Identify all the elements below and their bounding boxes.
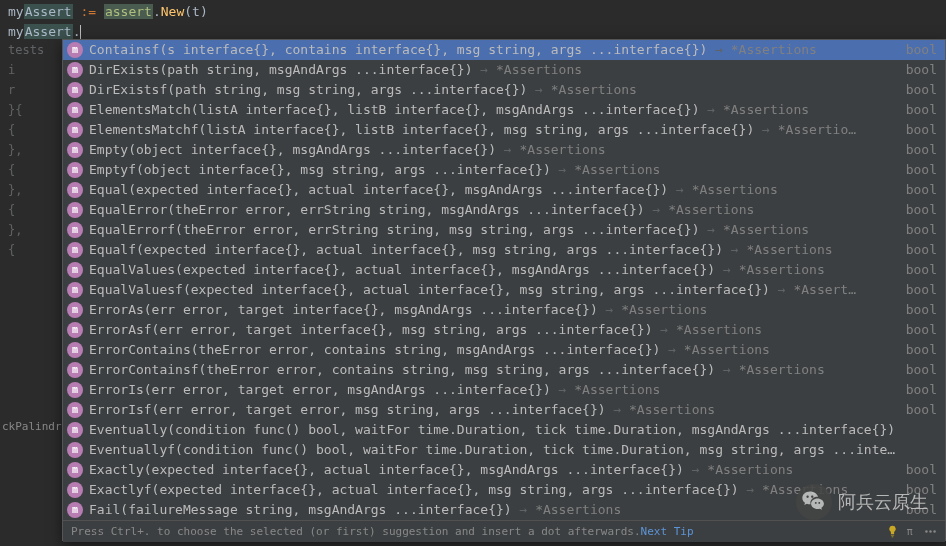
method-icon: m [67,442,83,458]
completion-return-type: bool [906,320,937,340]
completion-return-type: bool [906,60,937,80]
completion-item[interactable]: mEqualf(expected interface{}, actual int… [63,240,945,260]
completion-return-type: bool [906,340,937,360]
method-icon: m [67,82,83,98]
completion-item[interactable]: mElementsMatchf(listA interface{}, listB… [63,120,945,140]
pi-icon[interactable]: π [905,525,918,538]
completion-signature: ErrorContains(theError error, contains s… [89,340,896,360]
sidebar-label: ckPalindro [0,418,70,435]
completion-signature: Eventually(condition func() bool, waitFo… [89,420,937,440]
gutter-line: { [8,160,44,180]
completion-item[interactable]: mEqualValuesf(expected interface{}, actu… [63,280,945,300]
completion-item[interactable]: mElementsMatch(listA interface{}, listB … [63,100,945,120]
completion-return-type: bool [906,240,937,260]
completion-signature: Fail(failureMessage string, msgAndArgs .… [89,500,896,520]
wechat-icon [796,484,832,520]
completion-item[interactable]: mErrorAsf(err error, target interface{},… [63,320,945,340]
method-icon: m [67,42,83,58]
completion-return-type: bool [906,100,937,120]
method-icon: m [67,222,83,238]
code-line-1: myAssert := assert.New(t) [8,2,938,22]
gutter-line: tests [8,40,44,60]
svg-point-3 [933,530,935,532]
completion-item[interactable]: mErrorIs(err error, target error, msgAnd… [63,380,945,400]
completion-return-type: bool [906,200,937,220]
completion-signature: Exactlyf(expected interface{}, actual in… [89,480,896,500]
completion-item[interactable]: mEqualValues(expected interface{}, actua… [63,260,945,280]
completion-signature: Eventuallyf(condition func() bool, waitF… [89,440,937,460]
completion-item[interactable]: mErrorIsf(err error, target error, msg s… [63,400,945,420]
completion-item[interactable]: mDirExistsf(path string, msg string, arg… [63,80,945,100]
method-icon: m [67,382,83,398]
completion-item[interactable]: mErrorContainsf(theError error, contains… [63,360,945,380]
watermark-text: 阿兵云原生 [838,490,928,514]
gutter-line: }, [8,220,44,240]
gutter-line: }{ [8,100,44,120]
method-icon: m [67,162,83,178]
method-icon: m [67,462,83,478]
completion-return-type: bool [906,180,937,200]
completion-signature: Containsf(s interface{}, contains interf… [89,40,896,60]
gutter-line: }, [8,140,44,160]
next-tip-link[interactable]: Next Tip [641,525,694,538]
completion-item[interactable]: mEqualError(theError error, errString st… [63,200,945,220]
completion-item[interactable]: mEqualErrorf(theError error, errString s… [63,220,945,240]
method-icon: m [67,502,83,518]
completion-signature: ErrorContainsf(theError error, contains … [89,360,896,380]
completion-signature: ErrorIsf(err error, target error, msg st… [89,400,896,420]
completion-signature: Exactly(expected interface{}, actual int… [89,460,896,480]
method-icon: m [67,242,83,258]
gutter-line: { [8,120,44,140]
svg-point-2 [929,530,931,532]
completion-signature: ErrorIs(err error, target error, msgAndA… [89,380,896,400]
completion-signature: ElementsMatch(listA interface{}, listB i… [89,100,896,120]
code-gutter: tests i r}{ { }, { }, { }, { [0,40,44,260]
completion-return-type: bool [906,360,937,380]
completion-signature: Equalf(expected interface{}, actual inte… [89,240,896,260]
method-icon: m [67,122,83,138]
completion-return-type: bool [906,280,937,300]
completion-signature: Emptyf(object interface{}, msg string, a… [89,160,896,180]
completion-item[interactable]: mErrorAs(err error, target interface{}, … [63,300,945,320]
method-icon: m [67,362,83,378]
code-editor[interactable]: myAssert := assert.New(t) myAssert. [0,0,946,44]
method-icon: m [67,342,83,358]
method-icon: m [67,302,83,318]
completion-signature: EqualError(theError error, errString str… [89,200,896,220]
completion-return-type: bool [906,160,937,180]
method-icon: m [67,102,83,118]
completion-item[interactable]: mDirExists(path string, msgAndArgs ...in… [63,60,945,80]
popup-footer: Press Ctrl+. to choose the selected (or … [63,520,945,542]
method-icon: m [67,422,83,438]
completion-item[interactable]: mEventuallyf(condition func() bool, wait… [63,440,945,460]
completion-item[interactable]: mExactly(expected interface{}, actual in… [63,460,945,480]
method-icon: m [67,142,83,158]
completion-return-type: bool [906,380,937,400]
lightbulb-icon[interactable] [886,525,899,538]
completion-item[interactable]: mEmpty(object interface{}, msgAndArgs ..… [63,140,945,160]
completion-item[interactable]: mEqual(expected interface{}, actual inte… [63,180,945,200]
completion-item[interactable]: mEventually(condition func() bool, waitF… [63,420,945,440]
method-icon: m [67,402,83,418]
more-icon[interactable] [924,525,937,538]
completion-signature: Equal(expected interface{}, actual inter… [89,180,896,200]
gutter-line: }, [8,180,44,200]
completion-return-type: bool [906,120,937,140]
completion-signature: Empty(object interface{}, msgAndArgs ...… [89,140,896,160]
svg-point-1 [925,530,927,532]
gutter-line: r [8,80,44,100]
gutter-line: { [8,200,44,220]
completion-item[interactable]: mEmptyf(object interface{}, msg string, … [63,160,945,180]
completion-item[interactable]: mErrorContains(theError error, contains … [63,340,945,360]
autocomplete-popup[interactable]: mContainsf(s interface{}, contains inter… [62,39,946,541]
svg-text:π: π [907,526,913,537]
completion-list[interactable]: mContainsf(s interface{}, contains inter… [63,40,945,520]
completion-return-type: bool [906,460,937,480]
completion-signature: ErrorAsf(err error, target interface{}, … [89,320,896,340]
method-icon: m [67,182,83,198]
completion-return-type: bool [906,260,937,280]
gutter-line: { [8,240,44,260]
completion-item[interactable]: mContainsf(s interface{}, contains inter… [63,40,945,60]
completion-signature: EqualValues(expected interface{}, actual… [89,260,896,280]
completion-return-type: bool [906,400,937,420]
